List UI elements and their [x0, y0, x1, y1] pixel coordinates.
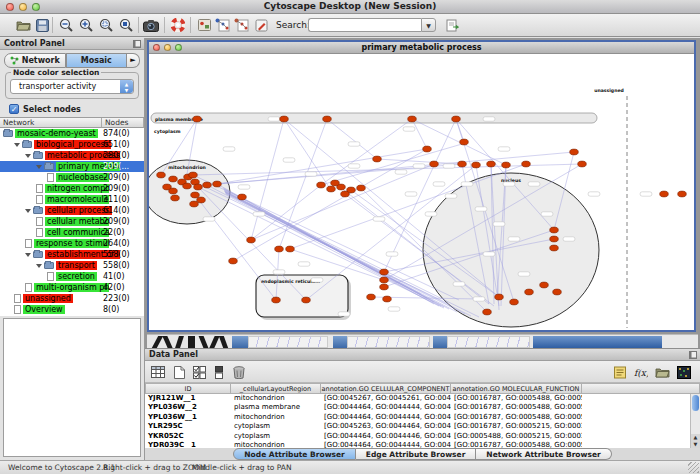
table-scrollbar[interactable]: ▲▼ [690, 394, 700, 448]
column-header-ID[interactable]: ID [145, 383, 231, 394]
background-window-preview[interactable] [447, 336, 530, 348]
network-node[interactable] [525, 289, 534, 295]
network-node[interactable] [275, 246, 284, 252]
layout-network-blue-icon[interactable] [213, 16, 231, 34]
tree-row-primary-metabo[interactable]: primary metabo209(... [0, 161, 144, 172]
network-node[interactable] [522, 161, 531, 167]
column-header-annotation.GO CELLULAR_COMPONENT[interactable]: annotation.GO CELLULAR_COMPONENT [321, 383, 451, 394]
search-advanced-icon[interactable] [443, 16, 461, 34]
search-dropdown-button[interactable]: ▼ [421, 18, 436, 32]
help-lifesaver-icon[interactable] [169, 16, 187, 34]
background-window-preview[interactable] [347, 336, 430, 348]
network-node[interactable] [502, 162, 511, 168]
network-node[interactable] [190, 201, 199, 207]
background-window-titlebar[interactable] [333, 336, 347, 348]
disclosure-triangle-icon[interactable] [25, 209, 31, 213]
disclosure-triangle-icon[interactable] [36, 264, 42, 268]
background-window-titlebar[interactable] [533, 336, 662, 348]
zoom-fit-icon[interactable] [117, 16, 135, 34]
tree-row-metabolic-process[interactable]: metabolic process280(0) [0, 150, 144, 161]
network-node[interactable] [660, 191, 669, 197]
tree-row-cellular-process[interactable]: cellular process614(0) [0, 205, 144, 216]
tree-row-mosaic-demo-yeast[interactable]: mosaic-demo-yeast874(0) [0, 128, 144, 139]
tree-header-network[interactable]: Network [0, 118, 102, 128]
tree-row-response-to-stimulu[interactable]: response to stimulu264(0) [0, 238, 144, 249]
tree-row-multi-organism-pro[interactable]: multi-organism pro42(0) [0, 282, 144, 293]
network-node[interactable] [327, 186, 336, 192]
network-node[interactable] [380, 284, 389, 290]
snapshot-camera-icon[interactable] [142, 16, 160, 34]
network-node[interactable] [171, 195, 180, 201]
tree-row-transport[interactable]: transport558(0) [0, 260, 144, 271]
table-row-YPL036W__2[interactable]: YPL036W__2plasma membrane[GO:0044464, GO… [145, 403, 700, 412]
tree-row-overview[interactable]: Overview8(0) [0, 304, 144, 315]
node-color-dropdown[interactable]: transporter activity ▲▼ [10, 79, 134, 94]
network-node[interactable] [323, 116, 332, 122]
disclosure-triangle-icon[interactable] [36, 165, 42, 169]
tree-row-cell-communicat[interactable]: cell communicat22(0) [0, 227, 144, 238]
disclosure-triangle-icon[interactable] [25, 154, 31, 158]
column-header-filler[interactable] [582, 383, 700, 394]
save-icon[interactable] [33, 16, 51, 34]
network-node[interactable] [331, 180, 340, 186]
background-window-titlebar[interactable] [232, 336, 248, 348]
network-view-titlebar[interactable]: primary metabolic process [149, 42, 694, 54]
annotation-icon[interactable] [195, 16, 213, 34]
background-windows-strip[interactable] [147, 334, 698, 348]
unselect-attributes-icon[interactable] [211, 364, 227, 380]
network-node[interactable] [472, 162, 481, 168]
network-canvas[interactable]: plasma membrane cytoplasm mitochondrion … [149, 54, 694, 330]
tree-row-nitrogen-compo[interactable]: nitrogen compo209(0) [0, 183, 144, 194]
table-scrollbar-arrows[interactable]: ▲▼ [691, 434, 700, 448]
network-node[interactable] [540, 282, 549, 288]
tree-row-establishment-of-lo[interactable]: establishment of lo558(0) [0, 249, 144, 260]
table-row-YPL036W__1[interactable]: YPL036W__1mitochondrion[GO:0044464, GO:0… [145, 413, 700, 422]
float-panel-icon[interactable] [133, 40, 141, 48]
zoom-selected-icon[interactable] [97, 16, 115, 34]
table-row-YDR039C__1[interactable]: YDR039C__1mitochondrion[GO:0044464, GO:0… [145, 441, 700, 448]
column-header-annotation.GO MOLECULAR_FUNCTION[interactable]: annotation.GO MOLECULAR_FUNCTION [451, 383, 582, 394]
network-node[interactable] [578, 161, 587, 167]
network-node[interactable] [229, 258, 238, 264]
tree-row-secretion[interactable]: secretion41(0) [0, 271, 144, 282]
tree-row-nucleobase-[interactable]: nucleobase-209(0) [0, 172, 144, 183]
select-nodes-checkbox[interactable]: ✓ [9, 104, 19, 114]
tab-node-attribute-browser[interactable]: Node Attribute Browser [233, 448, 355, 460]
network-node[interactable] [189, 172, 198, 178]
network-node[interactable] [383, 296, 392, 302]
float-data-panel-icon[interactable] [689, 351, 697, 359]
tree-header-nodes[interactable]: Nodes [102, 118, 144, 128]
tree-row-cellular-metabo[interactable]: cellular metabo209(0) [0, 216, 144, 227]
network-node[interactable] [169, 176, 178, 182]
network-node[interactable] [550, 245, 559, 251]
zoom-out-icon[interactable] [57, 16, 75, 34]
network-node[interactable] [423, 146, 432, 152]
layout-network-red-icon[interactable] [232, 16, 250, 34]
search-input[interactable] [308, 18, 421, 32]
network-node[interactable] [380, 277, 389, 283]
tree-row-unassigned[interactable]: unassigned223(0) [0, 293, 144, 304]
table-row-YJR121W__1[interactable]: YJR121W__1mitochondrion[GO:0045267, GO:0… [145, 394, 700, 403]
import-attributes-icon[interactable] [654, 364, 670, 380]
tab-network[interactable]: Network [4, 53, 66, 68]
network-node[interactable] [458, 161, 467, 167]
network-node[interactable] [460, 139, 469, 145]
network-node[interactable] [272, 297, 281, 303]
network-node[interactable] [367, 294, 376, 300]
network-node[interactable] [550, 227, 559, 233]
delete-attribute-icon[interactable] [231, 364, 247, 380]
network-node[interactable] [550, 236, 559, 242]
network-node[interactable] [408, 116, 417, 122]
network-node[interactable] [213, 181, 222, 187]
tree-row-biological-process[interactable]: biological_process651(0) [0, 139, 144, 150]
tabs-overflow-arrow[interactable]: ► [127, 53, 140, 68]
network-node[interactable] [247, 237, 256, 243]
table-scrollbar-thumb[interactable] [692, 395, 699, 411]
resize-grip[interactable] [688, 462, 699, 473]
network-node[interactable] [553, 289, 562, 295]
table-row-YLR295C[interactable]: YLR295Ccytoplasm[GO:0045263, GO:0044464,… [145, 422, 700, 431]
network-node[interactable] [317, 182, 326, 188]
tree-row-macromolecule[interactable]: macromolecule311(0) [0, 194, 144, 205]
attribute-matrix-icon[interactable] [676, 364, 692, 380]
network-node[interactable] [194, 184, 203, 190]
